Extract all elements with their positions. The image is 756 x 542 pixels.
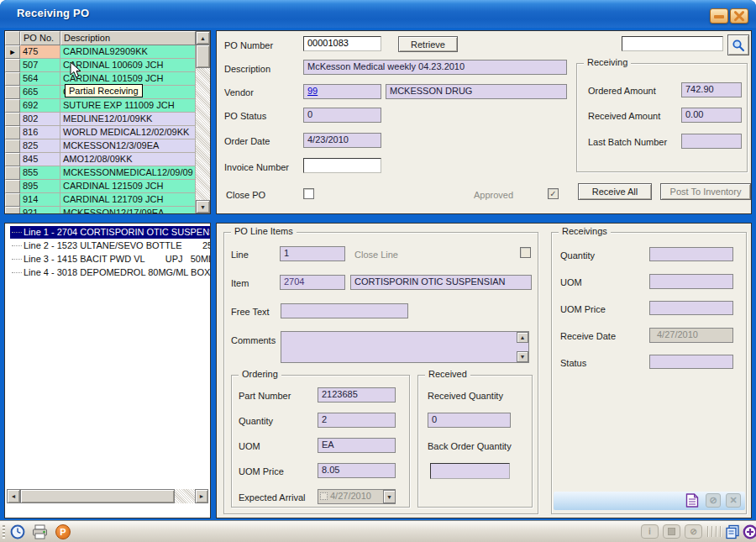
table-row[interactable]: 845 AMO12/08/09KK: [5, 153, 196, 166]
expected-arrival-dropdown-button[interactable]: ▼: [383, 490, 396, 503]
order-date-field[interactable]: 4/23/2010: [303, 133, 381, 148]
save-button[interactable]: [663, 524, 680, 539]
scrollbar-track[interactable]: [196, 68, 210, 200]
tree-item-line-3[interactable]: Line 3 - 1415 BACIT PWD VL UPJ 50ML: [10, 253, 211, 266]
vendor-code-field[interactable]: 99: [303, 84, 381, 99]
invoice-number-label: Invoice Number: [224, 162, 289, 172]
table-row[interactable]: 914 CARDINAL 121709 JCH: [5, 193, 196, 207]
back-order-quantity-field[interactable]: [430, 463, 510, 479]
new-record-icon[interactable]: [685, 493, 700, 508]
post-to-inventory-button[interactable]: Post To Inventory: [660, 183, 751, 200]
part-number-field[interactable]: 2123685: [318, 387, 396, 403]
row-selector[interactable]: [5, 207, 20, 214]
p-app-icon[interactable]: P: [55, 524, 71, 539]
row-selector[interactable]: [5, 193, 20, 207]
receivings-quantity-field[interactable]: [649, 247, 733, 261]
table-row[interactable]: ► 475 CARDINAL92909KK: [5, 45, 196, 59]
scrollbar-thumb[interactable]: [196, 45, 210, 68]
table-row[interactable]: 825 MCKESSON12/3/09EA: [5, 139, 196, 153]
row-selector[interactable]: [5, 59, 20, 72]
retrieve-button[interactable]: Retrieve: [398, 36, 458, 52]
part-number-label: Part Number: [239, 391, 291, 401]
close-po-label: Close PO: [226, 190, 265, 200]
down-arrow-icon: ▼: [200, 204, 206, 210]
table-row[interactable]: 692 SUTURE EXP 111009 JCH: [5, 99, 196, 113]
grid-vertical-scrollbar[interactable]: ▲ ▼: [196, 31, 210, 213]
ordered-amount-field[interactable]: 742.90: [681, 82, 742, 97]
row-selector[interactable]: [5, 126, 20, 139]
receivings-status-field[interactable]: [649, 355, 733, 369]
row-selector[interactable]: [5, 72, 20, 86]
expected-arrival-checkbox[interactable]: [320, 492, 328, 500]
row-selector[interactable]: [5, 180, 20, 193]
row-selector[interactable]: [5, 99, 20, 113]
row-selector[interactable]: [5, 113, 20, 126]
table-row[interactable]: 507 CARDINAL 100609 JCH: [5, 59, 196, 72]
receive-all-button[interactable]: Receive All: [578, 183, 652, 200]
search-input[interactable]: [622, 36, 723, 51]
add-record-icon[interactable]: [743, 524, 756, 539]
cancel-record-icon[interactable]: ⊘: [706, 493, 721, 508]
uom-price-field[interactable]: 8.05: [318, 463, 396, 478]
scroll-down-button[interactable]: ▼: [196, 200, 210, 213]
grid-header-po[interactable]: PO No.: [20, 31, 60, 45]
clock-icon[interactable]: [10, 524, 25, 539]
po-status-field[interactable]: 0: [303, 108, 381, 123]
row-selector[interactable]: [5, 139, 20, 153]
receivings-quantity-label: Quantity: [560, 250, 595, 260]
comments-field[interactable]: [281, 331, 529, 363]
tree-horizontal-scrollbar[interactable]: ◄ ►: [7, 489, 208, 503]
info-button[interactable]: i: [641, 524, 659, 539]
search-button[interactable]: [727, 34, 749, 55]
print-icon[interactable]: [32, 524, 48, 539]
scroll-left-button[interactable]: ◄: [7, 489, 20, 503]
table-row[interactable]: 921 MCKESSON12/17/09EA: [5, 207, 196, 214]
title-bar[interactable]: Receiving PO: [0, 0, 756, 28]
table-row[interactable]: 895 CARDINAL 121509 JCH: [5, 180, 196, 193]
receivings-uom-price-field[interactable]: [649, 301, 733, 315]
free-text-field[interactable]: [281, 303, 408, 318]
row-selector[interactable]: [5, 86, 20, 99]
copy-pages-icon[interactable]: [725, 524, 740, 539]
vendor-code-link[interactable]: 99: [307, 86, 318, 96]
vendor-name-field[interactable]: MCKESSON DRUG: [386, 84, 567, 99]
tree-item-line-1[interactable]: Line 1 - 2704 CORTISPORIN OTIC SUSPENSIA…: [10, 226, 211, 239]
scrollbar-track[interactable]: [175, 489, 195, 503]
row-selector[interactable]: [5, 153, 20, 166]
approved-checkbox[interactable]: ✓: [548, 188, 559, 199]
close-line-checkbox[interactable]: [520, 247, 531, 258]
row-selector[interactable]: [5, 166, 20, 180]
comments-scroll-down-button[interactable]: ▼: [517, 351, 528, 362]
quantity-field[interactable]: 2: [318, 413, 396, 428]
receive-date-datepicker[interactable]: 4/27/2010: [649, 328, 733, 343]
scroll-up-button[interactable]: ▲: [196, 31, 210, 45]
minimize-button[interactable]: [710, 8, 728, 24]
received-quantity-field[interactable]: 0: [428, 413, 511, 428]
received-amount-field[interactable]: 0.00: [681, 108, 742, 123]
tree-item-line-4[interactable]: Line 4 - 3018 DEPOMEDROL 80MG/ML BOX: [10, 266, 210, 279]
invoice-number-input[interactable]: [303, 158, 381, 173]
status-bar: P i ⊘: [0, 520, 756, 542]
row-selector[interactable]: ►: [5, 45, 20, 59]
table-row[interactable]: 855 MCKESSONMEDICAL12/09/09: [5, 166, 196, 180]
uom-field[interactable]: EA: [318, 438, 396, 453]
po-number-input[interactable]: 00001083: [303, 36, 381, 51]
delete-record-icon[interactable]: ✕: [726, 493, 741, 508]
scrollbar-thumb[interactable]: [20, 489, 175, 503]
close-button[interactable]: [730, 8, 748, 24]
tree-item-line-2[interactable]: Line 2 - 1523 ULTANE/SEVO BOTTLE 250: [10, 239, 211, 252]
close-po-checkbox[interactable]: [303, 188, 314, 199]
scroll-right-button[interactable]: ►: [195, 489, 208, 503]
item-code-field[interactable]: 2704: [280, 275, 345, 290]
receivings-uom-combo[interactable]: [649, 274, 733, 289]
table-row[interactable]: 802 MEDLINE12/01/09KK: [5, 113, 196, 126]
last-batch-number-field[interactable]: [681, 134, 742, 149]
item-description-field[interactable]: CORTISPORIN OTIC SUSPENSIAN: [350, 275, 532, 290]
line-field[interactable]: 1: [280, 246, 345, 261]
grid-header-description[interactable]: Description: [60, 31, 196, 45]
cancel-button[interactable]: ⊘: [685, 524, 702, 539]
description-field[interactable]: McKesson Medical weekly 04.23.2010: [303, 60, 567, 75]
received-amount-label: Received Amount: [588, 111, 660, 121]
table-row[interactable]: 816 WORLD MEDICAL12/02/09KK: [5, 126, 196, 139]
comments-scroll-up-button[interactable]: ▲: [517, 332, 528, 343]
